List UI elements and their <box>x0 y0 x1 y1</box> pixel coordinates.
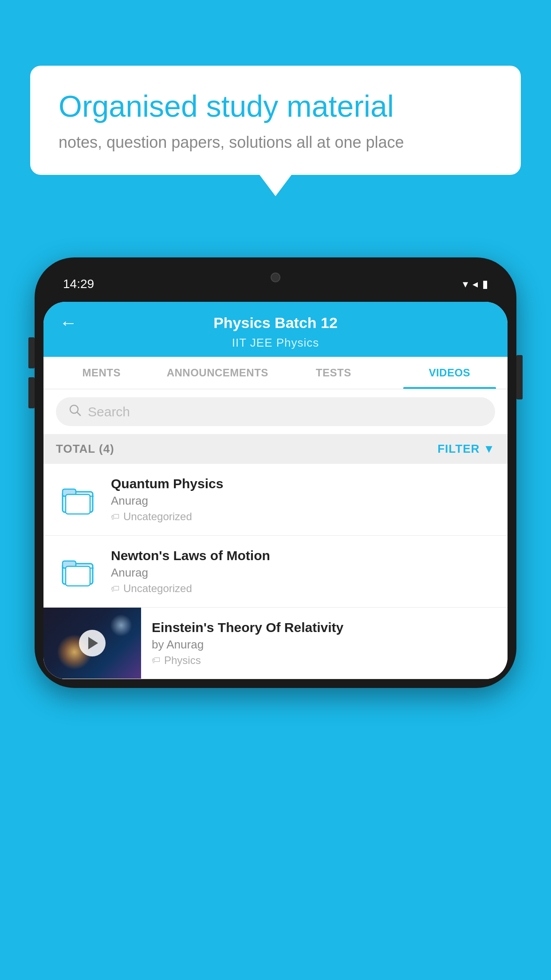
video-thumbnail-image <box>43 608 141 679</box>
volume-down-button[interactable] <box>28 377 35 408</box>
svg-rect-4 <box>66 494 90 514</box>
video-info: Einstein's Theory Of Relativity by Anura… <box>141 611 508 676</box>
app-header: ← Physics Batch 12 IIT JEE Physics <box>43 302 508 357</box>
tabs-bar: MENTS ANNOUNCEMENTS TESTS VIDEOS <box>43 357 508 389</box>
video-title: Einstein's Theory Of Relativity <box>152 620 497 635</box>
list-item[interactable]: Einstein's Theory Of Relativity by Anura… <box>43 608 508 679</box>
signal-icon: ◂ <box>472 278 478 290</box>
status-icons: ▾ ◂ ▮ <box>463 278 488 290</box>
tag-label: Uncategorized <box>123 582 192 595</box>
header-row: ← Physics Batch 12 <box>59 314 492 336</box>
status-bar: 14:29 ▾ ◂ ▮ <box>43 266 508 302</box>
speech-bubble-subtitle: notes, question papers, solutions all at… <box>59 133 492 152</box>
speech-bubble-arrow <box>260 175 291 196</box>
video-tag: 🏷 Uncategorized <box>111 582 495 595</box>
video-title: Quantum Physics <box>111 476 495 491</box>
camera <box>271 273 280 282</box>
filter-label: FILTER <box>437 442 480 456</box>
tab-ments[interactable]: MENTS <box>43 357 160 389</box>
tag-icon: 🏷 <box>111 512 120 522</box>
video-list: Quantum Physics Anurag 🏷 Uncategorized <box>43 464 508 679</box>
video-tag: 🏷 Uncategorized <box>111 510 495 523</box>
power-button[interactable] <box>516 355 523 399</box>
phone-screen: ← Physics Batch 12 IIT JEE Physics MENTS… <box>43 302 508 679</box>
svg-line-1 <box>77 412 80 415</box>
list-item[interactable]: Quantum Physics Anurag 🏷 Uncategorized <box>43 464 508 536</box>
video-author: by Anurag <box>152 638 497 652</box>
svg-rect-7 <box>66 566 90 586</box>
video-thumbnail <box>56 478 100 522</box>
video-info: Newton's Laws of Motion Anurag 🏷 Uncateg… <box>111 548 495 595</box>
speech-bubble-wrapper: Organised study material notes, question… <box>30 66 521 196</box>
search-placeholder: Search <box>88 404 130 419</box>
phone-frame: 14:29 ▾ ◂ ▮ ← Physics Batch 12 IIT JEE P… <box>35 257 516 688</box>
page-title: Physics Batch 12 <box>213 314 338 332</box>
video-title: Newton's Laws of Motion <box>111 548 495 563</box>
video-thumbnail <box>56 549 100 594</box>
list-item[interactable]: Newton's Laws of Motion Anurag 🏷 Uncateg… <box>43 536 508 608</box>
search-icon <box>68 403 82 420</box>
phone-wrapper: 14:29 ▾ ◂ ▮ ← Physics Batch 12 IIT JEE P… <box>35 257 516 688</box>
video-author: Anurag <box>111 494 495 508</box>
tab-announcements[interactable]: ANNOUNCEMENTS <box>160 357 276 389</box>
play-icon <box>88 637 98 649</box>
video-info: Quantum Physics Anurag 🏷 Uncategorized <box>111 476 495 523</box>
tab-tests[interactable]: TESTS <box>276 357 392 389</box>
search-bar[interactable]: Search <box>56 397 495 426</box>
search-container: Search <box>43 389 508 434</box>
video-author: Anurag <box>111 566 495 580</box>
speech-bubble-title: Organised study material <box>59 89 492 123</box>
play-button[interactable] <box>79 630 106 656</box>
tag-label: Physics <box>164 654 201 667</box>
tag-label: Uncategorized <box>123 510 192 523</box>
filter-button[interactable]: FILTER ▼ <box>437 442 495 456</box>
phone-notch <box>244 266 307 288</box>
thumb-glow2 <box>110 614 132 636</box>
total-count: TOTAL (4) <box>56 442 114 456</box>
volume-up-button[interactable] <box>28 337 35 368</box>
status-time: 14:29 <box>63 277 94 291</box>
filter-icon: ▼ <box>483 442 495 456</box>
tab-videos[interactable]: VIDEOS <box>392 357 508 389</box>
tag-icon: 🏷 <box>152 655 161 665</box>
header-subtitle: IIT JEE Physics <box>59 336 492 357</box>
wifi-icon: ▾ <box>463 278 468 290</box>
tag-icon: 🏷 <box>111 584 120 594</box>
filter-bar: TOTAL (4) FILTER ▼ <box>43 434 508 464</box>
speech-bubble-card: Organised study material notes, question… <box>30 66 521 175</box>
video-tag: 🏷 Physics <box>152 654 497 667</box>
battery-icon: ▮ <box>482 278 488 290</box>
back-button[interactable]: ← <box>59 313 77 333</box>
